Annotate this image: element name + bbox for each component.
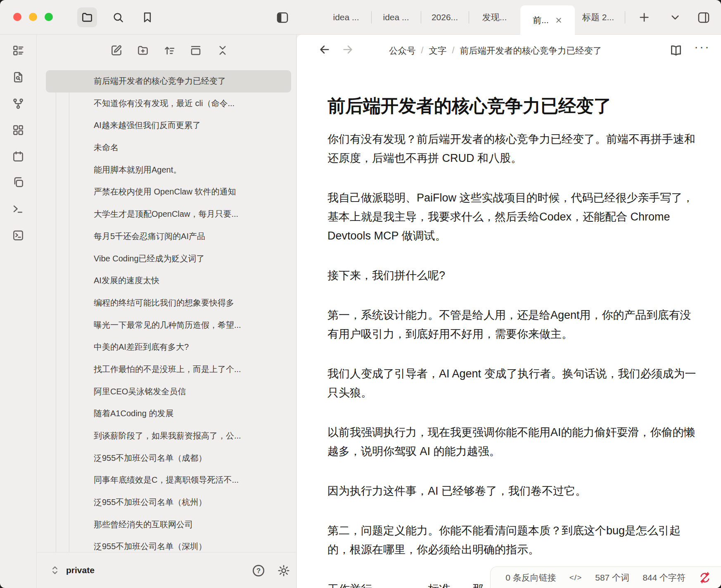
file-list-item[interactable]: 到谈薪阶段了，如果我薪资报高了，公... [37, 425, 296, 447]
terminal-icon[interactable] [12, 203, 24, 216]
left-ribbon [0, 35, 37, 588]
breadcrumb-segment[interactable]: 文字 [429, 45, 446, 57]
file-list-item[interactable]: AI越来越强但我们反而更累了 [37, 114, 296, 137]
tab-label: 发现... [482, 12, 507, 23]
vault-name: private [66, 565, 95, 575]
file-list: 前后端开发者的核心竞争力已经变了不知道你有没有发现，最近 cli（命令...AI… [37, 70, 296, 552]
obsidian-window: 前后端开发者的核心竞争力已经变了不知道你有没有发现，最近 cli（命令...AI… [0, 0, 721, 588]
tab-label: 标题 2... [582, 12, 614, 23]
layout-grid-icon[interactable] [12, 124, 24, 136]
search-icon [112, 11, 124, 24]
file-list-item[interactable]: 同事年底绩效是C，提离职领导死活不... [37, 469, 296, 491]
new-note-icon[interactable] [110, 44, 123, 57]
vault-bar: private ? [37, 552, 296, 588]
breadcrumb-segment[interactable]: 前后端开发者的核心竞争力已经变了 [460, 45, 602, 57]
minimize-window-button[interactable] [29, 13, 37, 21]
article-paragraph: 接下来，我们拼什么呢? [327, 266, 699, 285]
file-search-icon[interactable] [12, 71, 24, 83]
tab[interactable]: idea ... [321, 0, 371, 35]
source-mode-toggle-icon[interactable]: </> [569, 573, 582, 582]
file-list-item[interactable]: 编程的终结可能比我们的想象要快得多 [37, 292, 296, 314]
note-title: 前后端开发者的核心竞争力已经变了 [327, 94, 699, 117]
indent-guide [56, 70, 56, 552]
file-list-item[interactable]: 每月5千还会忍痛订阅的AI产品 [37, 225, 296, 248]
file-list-item[interactable]: 中美的AI差距到底有多大? [37, 336, 296, 358]
vault-switcher[interactable]: private [50, 562, 95, 579]
breadcrumb-separator: / [452, 45, 454, 56]
calendar-icon[interactable] [12, 150, 24, 163]
tab-divider [625, 11, 625, 24]
navigate-back-icon[interactable] [318, 43, 331, 56]
navigate-forward-icon[interactable] [342, 43, 354, 56]
left-sidebar-toggle-icon[interactable] [276, 11, 289, 24]
article-paragraph: 因为执行力这件事，AI 已经够卷了，我们卷不过它。 [327, 481, 699, 500]
file-list-item[interactable]: AI发展的速度太快 [37, 270, 296, 292]
file-list-item[interactable]: 不知道你有没有发现，最近 cli（命令... [37, 92, 296, 115]
help-icon[interactable]: ? [252, 564, 265, 577]
file-list-item[interactable]: 泛955不加班公司名单（成都） [37, 447, 296, 469]
terminal-square-icon[interactable] [12, 229, 24, 242]
bookmarks-tab-button[interactable] [138, 7, 157, 27]
file-list-item[interactable]: 严禁在校内使用 OpenClaw 软件的通知 [37, 181, 296, 203]
file-list-item[interactable]: 前后端开发者的核心竞争力已经变了 [46, 70, 291, 92]
close-window-button[interactable] [13, 13, 21, 21]
file-explorer-pane: 前后端开发者的核心竞争力已经变了不知道你有没有发现，最近 cli（命令...AI… [37, 35, 296, 588]
file-list-item[interactable]: 那些曾经消失的互联网公司 [37, 514, 296, 536]
reveal-file-icon[interactable] [190, 44, 202, 57]
tab[interactable]: 标题 2... [575, 0, 621, 35]
graph-icon[interactable] [12, 97, 24, 110]
article-paragraph: 第二，问题定义能力。你能不能看清问题本质？到底这个bug是怎么引起的，根源在哪里… [327, 521, 699, 559]
new-folder-icon[interactable] [137, 44, 149, 57]
file-list-item[interactable]: Vibe Coding已经成为贬义词了 [37, 248, 296, 270]
backlinks-count[interactable]: 0 条反向链接 [505, 572, 556, 583]
breadcrumb-segment[interactable]: 公众号 [389, 45, 416, 57]
folder-icon [81, 11, 93, 24]
file-list-item[interactable]: 曝光一下最常见的几种简历造假，希望... [37, 314, 296, 337]
file-list-item[interactable]: 阿里CEO吴泳铭发全员信 [37, 381, 296, 403]
file-list-item[interactable]: 找工作最怕的不是没班上，而是上了个... [37, 358, 296, 381]
breadcrumb-separator: / [421, 45, 424, 56]
breadcrumb: 公众号/文字/前后端开发者的核心竞争力已经变了 [389, 35, 602, 66]
bookmark-icon [141, 11, 154, 24]
svg-text:?: ? [256, 567, 261, 575]
right-sidebar-toggle-icon[interactable] [697, 11, 710, 24]
files-tab-button[interactable] [77, 7, 97, 27]
file-list-item[interactable]: 大学生才是顶配OpenClaw，每月只要... [37, 203, 296, 225]
reading-mode-book-icon[interactable] [669, 44, 683, 57]
tab-label: idea ... [333, 12, 359, 22]
sort-order-icon[interactable] [164, 44, 176, 57]
file-list-item[interactable]: 未命名 [37, 137, 296, 159]
tab-close-icon[interactable] [555, 17, 562, 24]
article-paragraph: 以前我强调执行力，现在我更强调你能不能用AI的能力偷奸耍滑，你偷的懒越多，说明你… [327, 423, 699, 461]
file-list-item[interactable]: 随着A1Coding 的发展 [37, 403, 296, 425]
tab[interactable]: 2026... [421, 0, 469, 35]
vault-switcher-chevrons [50, 565, 60, 576]
tab-label: idea ... [383, 12, 409, 22]
tab-label: 前... [533, 14, 549, 26]
sync-off-icon[interactable] [699, 571, 711, 584]
more-options-icon[interactable]: ··· [694, 40, 710, 54]
list-checks-icon[interactable] [12, 44, 24, 57]
tab-active[interactable]: 前... [520, 5, 575, 35]
article-paragraph: 第一，系统设计能力。不管是给人用，还是给Agent用，你的产品到底有没有用户吸引… [327, 306, 699, 344]
search-tab-button[interactable] [108, 7, 128, 27]
char-count[interactable]: 844 个字符 [643, 572, 685, 583]
tab-list-chevron-icon[interactable] [669, 11, 682, 24]
file-list-item[interactable]: 泛955不加班公司名单（深圳） [37, 536, 296, 552]
new-tab-plus-icon[interactable] [638, 11, 651, 24]
copy-pages-icon[interactable] [12, 176, 24, 188]
file-list-item[interactable]: 能用脚本就别用Agent。 [37, 159, 296, 181]
tab[interactable]: 发现... [469, 0, 520, 35]
word-count[interactable]: 587 个词 [595, 572, 629, 583]
article-paragraph: 你们有没有发现？前后端开发者的核心竞争力已经变了。前端不再拼手速和还原度，后端也… [327, 130, 699, 168]
editor-pane: 公众号/文字/前后端开发者的核心竞争力已经变了 ··· 前后端开发者的核心竞争力… [297, 35, 721, 588]
tab-bar: idea ...idea ...2026...发现...前...标题 2... [296, 0, 721, 35]
settings-gear-icon[interactable] [277, 564, 290, 577]
article-body: 你们有没有发现？前后端开发者的核心竞争力已经变了。前端不再拼手速和还原度，后端也… [327, 130, 699, 588]
view-header: 公众号/文字/前后端开发者的核心竞争力已经变了 ··· [297, 35, 721, 66]
article[interactable]: 前后端开发者的核心竞争力已经变了 你们有没有发现？前后端开发者的核心竞争力已经变… [327, 94, 699, 588]
tab[interactable]: idea ... [371, 0, 421, 35]
file-list-item[interactable]: 泛955不加班公司名单（杭州） [37, 491, 296, 514]
zoom-window-button[interactable] [45, 13, 53, 21]
collapse-all-icon[interactable] [216, 44, 229, 57]
